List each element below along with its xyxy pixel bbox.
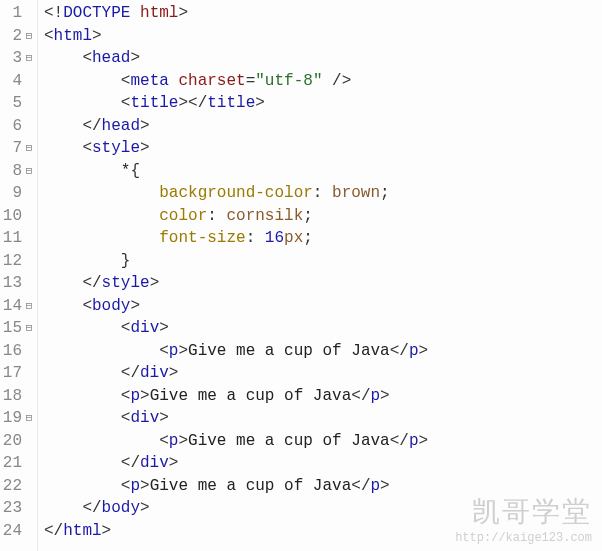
gutter-row: 24 [0,520,37,543]
fold-toggle-icon[interactable]: ⊟ [23,160,35,183]
code-line[interactable]: color: cornsilk; [44,205,602,228]
gutter-row: 7⊟ [0,137,37,160]
code-line[interactable]: } [44,250,602,273]
gutter-row: 23 [0,497,37,520]
line-number: 23 [0,497,22,520]
line-number: 2 [0,25,22,48]
gutter-row: 11 [0,227,37,250]
line-number: 4 [0,70,22,93]
code-line[interactable]: </html> [44,520,602,543]
line-number: 13 [0,272,22,295]
gutter-row: 22 [0,475,37,498]
code-editor[interactable]: 12⊟3⊟4567⊟8⊟91011121314⊟15⊟16171819⊟2021… [0,0,602,551]
code-line[interactable]: <meta charset="utf-8" /> [44,70,602,93]
gutter-row: 4 [0,70,37,93]
gutter-row: 21 [0,452,37,475]
gutter-row: 3⊟ [0,47,37,70]
line-number: 14 [0,295,22,318]
code-line[interactable]: </div> [44,362,602,385]
line-number: 18 [0,385,22,408]
code-line[interactable]: <div> [44,407,602,430]
line-number: 11 [0,227,22,250]
code-line[interactable]: </style> [44,272,602,295]
code-line[interactable]: *{ [44,160,602,183]
line-number: 6 [0,115,22,138]
code-line[interactable]: </head> [44,115,602,138]
code-line[interactable]: <html> [44,25,602,48]
code-line[interactable]: <style> [44,137,602,160]
line-number: 16 [0,340,22,363]
line-number: 20 [0,430,22,453]
gutter-row: 18 [0,385,37,408]
code-line[interactable]: <p>Give me a cup of Java</p> [44,475,602,498]
gutter-row: 6 [0,115,37,138]
gutter-row: 15⊟ [0,317,37,340]
code-line[interactable]: <title></title> [44,92,602,115]
line-number: 7 [0,137,22,160]
line-number: 15 [0,317,22,340]
gutter-row: 10 [0,205,37,228]
fold-toggle-icon[interactable]: ⊟ [23,137,35,160]
gutter-row: 20 [0,430,37,453]
code-line[interactable]: <p>Give me a cup of Java</p> [44,385,602,408]
fold-toggle-icon[interactable]: ⊟ [23,407,35,430]
code-line[interactable]: <body> [44,295,602,318]
gutter-row: 17 [0,362,37,385]
gutter-row: 12 [0,250,37,273]
code-line[interactable]: <div> [44,317,602,340]
fold-toggle-icon[interactable]: ⊟ [23,47,35,70]
line-number: 1 [0,2,22,25]
code-line[interactable]: <p>Give me a cup of Java</p> [44,430,602,453]
code-line[interactable]: font-size: 16px; [44,227,602,250]
gutter: 12⊟3⊟4567⊟8⊟91011121314⊟15⊟16171819⊟2021… [0,0,38,551]
code-line[interactable]: <!DOCTYPE html> [44,2,602,25]
fold-toggle-icon[interactable]: ⊟ [23,295,35,318]
code-line[interactable]: background-color: brown; [44,182,602,205]
code-line[interactable]: <p>Give me a cup of Java</p> [44,340,602,363]
line-number: 17 [0,362,22,385]
gutter-row: 19⊟ [0,407,37,430]
fold-toggle-icon[interactable]: ⊟ [23,317,35,340]
gutter-row: 16 [0,340,37,363]
gutter-row: 8⊟ [0,160,37,183]
line-number: 19 [0,407,22,430]
line-number: 12 [0,250,22,273]
fold-toggle-icon[interactable]: ⊟ [23,25,35,48]
gutter-row: 9 [0,182,37,205]
code-area[interactable]: <!DOCTYPE html><html> <head> <meta chars… [38,0,602,551]
code-line[interactable]: <head> [44,47,602,70]
line-number: 5 [0,92,22,115]
line-number: 21 [0,452,22,475]
code-line[interactable]: </div> [44,452,602,475]
gutter-row: 2⊟ [0,25,37,48]
line-number: 8 [0,160,22,183]
gutter-row: 13 [0,272,37,295]
gutter-row: 14⊟ [0,295,37,318]
gutter-row: 5 [0,92,37,115]
line-number: 9 [0,182,22,205]
line-number: 22 [0,475,22,498]
line-number: 3 [0,47,22,70]
gutter-row: 1 [0,2,37,25]
code-line[interactable]: </body> [44,497,602,520]
line-number: 24 [0,520,22,543]
line-number: 10 [0,205,22,228]
